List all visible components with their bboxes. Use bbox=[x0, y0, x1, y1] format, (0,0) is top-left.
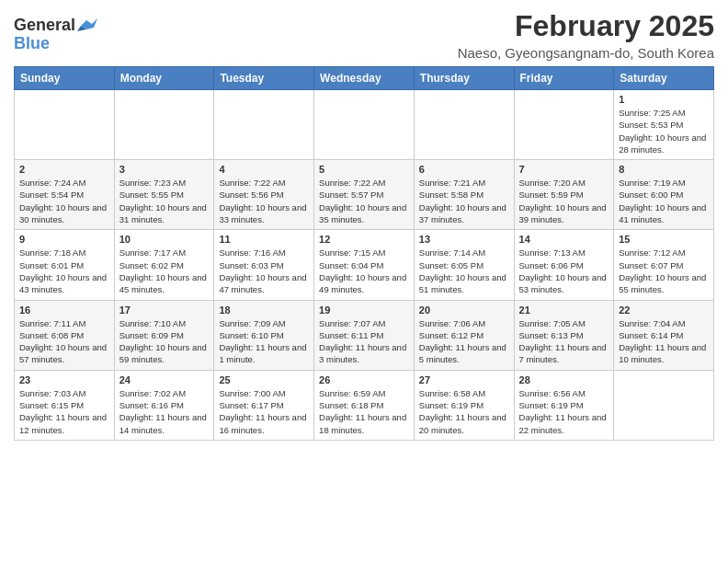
day-number: 21 bbox=[519, 304, 609, 316]
calendar-cell bbox=[314, 90, 415, 160]
calendar-cell bbox=[214, 90, 314, 160]
calendar-cell: 4Sunrise: 7:22 AM Sunset: 5:56 PM Daylig… bbox=[214, 160, 314, 230]
day-info: Sunrise: 7:06 AM Sunset: 6:12 PM Dayligh… bbox=[419, 317, 509, 366]
calendar-cell: 5Sunrise: 7:22 AM Sunset: 5:57 PM Daylig… bbox=[314, 160, 415, 230]
day-info: Sunrise: 7:05 AM Sunset: 6:13 PM Dayligh… bbox=[519, 317, 609, 366]
day-info: Sunrise: 7:24 AM Sunset: 5:54 PM Dayligh… bbox=[19, 177, 109, 225]
day-info: Sunrise: 7:14 AM Sunset: 6:05 PM Dayligh… bbox=[419, 247, 509, 295]
day-number: 27 bbox=[419, 374, 509, 385]
calendar-cell: 22Sunrise: 7:04 AM Sunset: 6:14 PM Dayli… bbox=[614, 300, 714, 370]
day-number: 19 bbox=[319, 304, 409, 316]
weekday-header-row: SundayMondayTuesdayWednesdayThursdayFrid… bbox=[15, 67, 714, 90]
weekday-header-saturday: Saturday bbox=[614, 67, 714, 90]
day-number: 22 bbox=[619, 304, 709, 316]
calendar-cell: 26Sunrise: 6:59 AM Sunset: 6:18 PM Dayli… bbox=[314, 370, 415, 440]
day-info: Sunrise: 7:10 AM Sunset: 6:09 PM Dayligh… bbox=[119, 317, 210, 366]
day-info: Sunrise: 7:21 AM Sunset: 5:58 PM Dayligh… bbox=[419, 177, 509, 225]
day-number: 10 bbox=[119, 234, 210, 245]
calendar-cell: 17Sunrise: 7:10 AM Sunset: 6:09 PM Dayli… bbox=[114, 300, 214, 370]
day-number: 24 bbox=[119, 374, 210, 385]
calendar-cell: 10Sunrise: 7:17 AM Sunset: 6:02 PM Dayli… bbox=[114, 230, 214, 300]
calendar-cell: 21Sunrise: 7:05 AM Sunset: 6:13 PM Dayli… bbox=[514, 300, 614, 370]
calendar-cell: 7Sunrise: 7:20 AM Sunset: 5:59 PM Daylig… bbox=[514, 160, 614, 230]
page-header: General Blue February 2025 Naeso, Gyeong… bbox=[14, 9, 714, 61]
calendar-week-4: 16Sunrise: 7:11 AM Sunset: 6:08 PM Dayli… bbox=[15, 300, 714, 370]
day-number: 1 bbox=[619, 94, 709, 105]
calendar-cell: 20Sunrise: 7:06 AM Sunset: 6:12 PM Dayli… bbox=[414, 300, 514, 370]
calendar-week-1: 1Sunrise: 7:25 AM Sunset: 5:53 PM Daylig… bbox=[15, 90, 714, 160]
day-number: 28 bbox=[519, 374, 609, 385]
day-info: Sunrise: 7:22 AM Sunset: 5:57 PM Dayligh… bbox=[319, 177, 409, 225]
weekday-header-thursday: Thursday bbox=[414, 67, 514, 90]
calendar-cell bbox=[514, 90, 614, 160]
day-info: Sunrise: 7:19 AM Sunset: 6:00 PM Dayligh… bbox=[619, 177, 709, 225]
logo-blue-text: Blue bbox=[14, 35, 50, 53]
day-info: Sunrise: 7:15 AM Sunset: 6:04 PM Dayligh… bbox=[319, 247, 409, 295]
calendar-cell bbox=[15, 90, 115, 160]
month-title: February 2025 bbox=[458, 9, 714, 43]
weekday-header-friday: Friday bbox=[514, 67, 614, 90]
weekday-header-monday: Monday bbox=[114, 67, 214, 90]
day-info: Sunrise: 7:00 AM Sunset: 6:17 PM Dayligh… bbox=[219, 387, 309, 436]
day-info: Sunrise: 7:18 AM Sunset: 6:01 PM Dayligh… bbox=[19, 247, 109, 295]
day-number: 3 bbox=[119, 164, 210, 175]
calendar-cell: 24Sunrise: 7:02 AM Sunset: 6:16 PM Dayli… bbox=[114, 370, 214, 440]
day-info: Sunrise: 7:11 AM Sunset: 6:08 PM Dayligh… bbox=[19, 317, 109, 366]
calendar-cell: 15Sunrise: 7:12 AM Sunset: 6:07 PM Dayli… bbox=[614, 230, 714, 300]
day-number: 11 bbox=[219, 234, 309, 245]
day-info: Sunrise: 7:16 AM Sunset: 6:03 PM Dayligh… bbox=[219, 247, 309, 295]
calendar-cell: 14Sunrise: 7:13 AM Sunset: 6:06 PM Dayli… bbox=[514, 230, 614, 300]
day-number: 15 bbox=[619, 234, 709, 245]
calendar-cell: 8Sunrise: 7:19 AM Sunset: 6:00 PM Daylig… bbox=[614, 160, 714, 230]
calendar-table: SundayMondayTuesdayWednesdayThursdayFrid… bbox=[14, 66, 714, 441]
day-info: Sunrise: 7:04 AM Sunset: 6:14 PM Dayligh… bbox=[619, 317, 709, 366]
calendar-cell: 3Sunrise: 7:23 AM Sunset: 5:55 PM Daylig… bbox=[114, 160, 214, 230]
day-number: 14 bbox=[519, 234, 609, 245]
calendar-cell: 25Sunrise: 7:00 AM Sunset: 6:17 PM Dayli… bbox=[214, 370, 314, 440]
calendar-cell: 11Sunrise: 7:16 AM Sunset: 6:03 PM Dayli… bbox=[214, 230, 314, 300]
day-info: Sunrise: 7:25 AM Sunset: 5:53 PM Dayligh… bbox=[619, 107, 709, 155]
day-number: 18 bbox=[219, 304, 309, 316]
day-number: 4 bbox=[219, 164, 309, 175]
title-block: February 2025 Naeso, Gyeongsangnam-do, S… bbox=[458, 9, 714, 61]
day-info: Sunrise: 7:13 AM Sunset: 6:06 PM Dayligh… bbox=[519, 247, 609, 295]
day-info: Sunrise: 6:56 AM Sunset: 6:19 PM Dayligh… bbox=[519, 387, 609, 436]
day-info: Sunrise: 7:03 AM Sunset: 6:15 PM Dayligh… bbox=[19, 387, 109, 436]
calendar-week-5: 23Sunrise: 7:03 AM Sunset: 6:15 PM Dayli… bbox=[15, 370, 714, 440]
day-number: 20 bbox=[419, 304, 509, 316]
day-info: Sunrise: 7:23 AM Sunset: 5:55 PM Dayligh… bbox=[119, 177, 210, 225]
calendar-cell: 16Sunrise: 7:11 AM Sunset: 6:08 PM Dayli… bbox=[15, 300, 115, 370]
day-info: Sunrise: 7:07 AM Sunset: 6:11 PM Dayligh… bbox=[319, 317, 409, 366]
day-number: 6 bbox=[419, 164, 509, 175]
day-number: 8 bbox=[619, 164, 709, 175]
day-number: 26 bbox=[319, 374, 409, 385]
day-number: 23 bbox=[19, 374, 109, 385]
day-info: Sunrise: 7:09 AM Sunset: 6:10 PM Dayligh… bbox=[219, 317, 309, 366]
logo: General Blue bbox=[14, 17, 97, 53]
day-info: Sunrise: 6:58 AM Sunset: 6:19 PM Dayligh… bbox=[419, 387, 509, 436]
day-number: 17 bbox=[119, 304, 210, 316]
day-info: Sunrise: 7:22 AM Sunset: 5:56 PM Dayligh… bbox=[219, 177, 309, 225]
day-info: Sunrise: 7:17 AM Sunset: 6:02 PM Dayligh… bbox=[119, 247, 210, 295]
weekday-header-sunday: Sunday bbox=[15, 67, 115, 90]
day-info: Sunrise: 6:59 AM Sunset: 6:18 PM Dayligh… bbox=[319, 387, 409, 436]
calendar-cell: 9Sunrise: 7:18 AM Sunset: 6:01 PM Daylig… bbox=[15, 230, 115, 300]
day-number: 16 bbox=[19, 304, 109, 316]
day-number: 2 bbox=[19, 164, 109, 175]
calendar-cell bbox=[114, 90, 214, 160]
calendar-cell bbox=[614, 370, 714, 440]
calendar-cell: 27Sunrise: 6:58 AM Sunset: 6:19 PM Dayli… bbox=[414, 370, 514, 440]
calendar-week-3: 9Sunrise: 7:18 AM Sunset: 6:01 PM Daylig… bbox=[15, 230, 714, 300]
calendar-cell: 13Sunrise: 7:14 AM Sunset: 6:05 PM Dayli… bbox=[414, 230, 514, 300]
calendar-cell: 12Sunrise: 7:15 AM Sunset: 6:04 PM Dayli… bbox=[314, 230, 415, 300]
calendar-week-2: 2Sunrise: 7:24 AM Sunset: 5:54 PM Daylig… bbox=[15, 160, 714, 230]
day-number: 12 bbox=[319, 234, 409, 245]
day-info: Sunrise: 7:12 AM Sunset: 6:07 PM Dayligh… bbox=[619, 247, 709, 295]
day-info: Sunrise: 7:02 AM Sunset: 6:16 PM Dayligh… bbox=[119, 387, 210, 436]
day-info: Sunrise: 7:20 AM Sunset: 5:59 PM Dayligh… bbox=[519, 177, 609, 225]
logo-bird-icon bbox=[77, 18, 97, 33]
day-number: 13 bbox=[419, 234, 509, 245]
logo-text: General bbox=[14, 17, 75, 35]
calendar-cell: 19Sunrise: 7:07 AM Sunset: 6:11 PM Dayli… bbox=[314, 300, 415, 370]
day-number: 5 bbox=[319, 164, 409, 175]
